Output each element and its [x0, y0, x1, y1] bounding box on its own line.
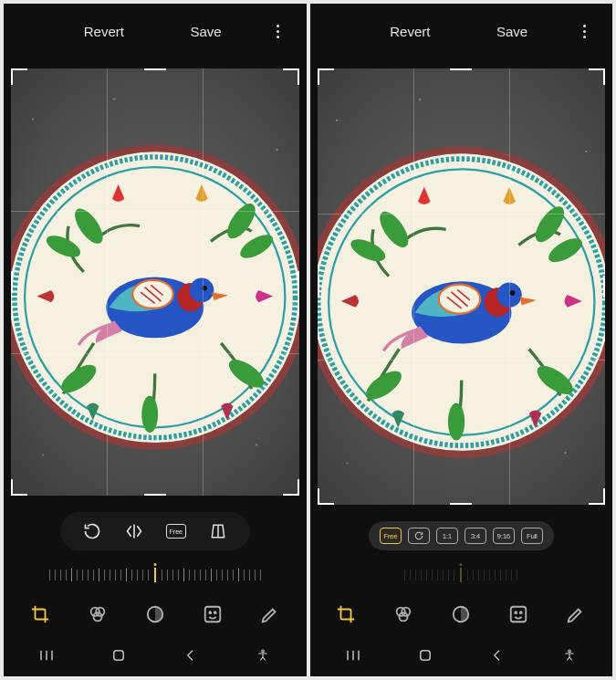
accessibility-button[interactable]: [245, 648, 281, 663]
draw-tab-icon[interactable]: [563, 602, 589, 627]
ruler-center-marker: [460, 568, 462, 582]
svg-point-64: [496, 282, 521, 307]
svg-point-41: [336, 120, 338, 121]
svg-point-68: [400, 612, 408, 621]
rotate-icon[interactable]: [80, 521, 104, 541]
svg-point-4: [256, 444, 257, 445]
accessibility-button[interactable]: [551, 648, 588, 663]
svg-point-30: [93, 612, 101, 621]
ruler-center-marker: [154, 568, 156, 582]
svg-rect-32: [205, 607, 221, 622]
left-phone-screen: Revert Save: [4, 4, 307, 676]
svg-point-24: [190, 278, 214, 303]
revert-button[interactable]: Revert: [57, 16, 151, 47]
crop-tools-pill: Free: [60, 512, 250, 550]
stickers-tab-icon[interactable]: [506, 602, 531, 627]
editor-tabs: [4, 591, 307, 638]
svg-point-3: [113, 98, 116, 100]
editor-tabs: [310, 591, 613, 638]
crop-canvas[interactable]: [11, 68, 299, 496]
recent-apps-button[interactable]: [335, 647, 371, 664]
svg-rect-76: [421, 651, 431, 661]
adjust-tab-icon[interactable]: [142, 602, 168, 627]
rotation-ruler[interactable]: [15, 560, 296, 591]
right-phone-screen: Revert Save: [310, 4, 613, 676]
svg-point-77: [568, 650, 570, 653]
svg-point-45: [346, 462, 348, 464]
more-options-button[interactable]: [261, 25, 296, 38]
free-ratio-icon[interactable]: Free: [164, 521, 188, 541]
ratio-full[interactable]: Full: [521, 528, 543, 544]
more-options-button[interactable]: [567, 25, 601, 38]
ratio-9-16[interactable]: 9:16: [493, 528, 515, 544]
ratio-free[interactable]: Free: [380, 528, 402, 544]
svg-point-44: [564, 452, 566, 454]
draw-tab-icon[interactable]: [257, 602, 283, 627]
svg-point-43: [418, 99, 421, 101]
svg-point-42: [585, 151, 587, 152]
svg-point-25: [203, 286, 208, 291]
filters-tab-icon[interactable]: [85, 602, 110, 627]
ratio-3-4[interactable]: 3:4: [465, 528, 486, 544]
back-button[interactable]: [172, 648, 209, 663]
crop-tab-icon[interactable]: [27, 602, 53, 627]
crop-tab-icon[interactable]: [333, 602, 359, 627]
photo-preview: [318, 68, 606, 505]
svg-point-17: [141, 396, 158, 433]
recent-apps-button[interactable]: [28, 647, 65, 664]
adjust-tab-icon[interactable]: [448, 602, 474, 627]
perspective-icon[interactable]: [206, 521, 230, 541]
svg-point-1: [32, 119, 34, 120]
crop-canvas[interactable]: [318, 68, 606, 505]
back-button[interactable]: [479, 648, 516, 663]
ratio-original[interactable]: [408, 528, 430, 544]
save-button[interactable]: Save: [159, 16, 254, 47]
svg-point-5: [42, 454, 44, 455]
svg-point-2: [276, 149, 277, 151]
home-button[interactable]: [100, 647, 137, 664]
rotation-ruler[interactable]: [321, 560, 602, 591]
svg-point-34: [214, 612, 216, 613]
save-button[interactable]: Save: [465, 16, 559, 47]
system-navbar: [310, 638, 613, 676]
header-bar: Revert Save: [4, 4, 307, 59]
aspect-ratio-pill: Free 1:1 3:4 9:16 Full: [369, 521, 554, 550]
svg-point-33: [209, 612, 211, 613]
home-button[interactable]: [407, 647, 444, 664]
svg-point-39: [262, 650, 265, 653]
svg-point-72: [520, 612, 522, 613]
filters-tab-icon[interactable]: [391, 602, 416, 627]
stickers-tab-icon[interactable]: [200, 602, 225, 627]
svg-point-57: [447, 403, 464, 440]
ratio-1-1[interactable]: 1:1: [436, 528, 458, 544]
svg-rect-70: [511, 607, 527, 622]
header-bar: Revert Save: [310, 4, 613, 59]
system-navbar: [4, 638, 307, 676]
revert-button[interactable]: Revert: [363, 16, 458, 47]
flip-icon[interactable]: [122, 521, 146, 541]
svg-point-71: [516, 612, 517, 613]
svg-rect-38: [114, 651, 124, 661]
svg-point-65: [509, 290, 515, 296]
photo-preview: [11, 68, 299, 496]
